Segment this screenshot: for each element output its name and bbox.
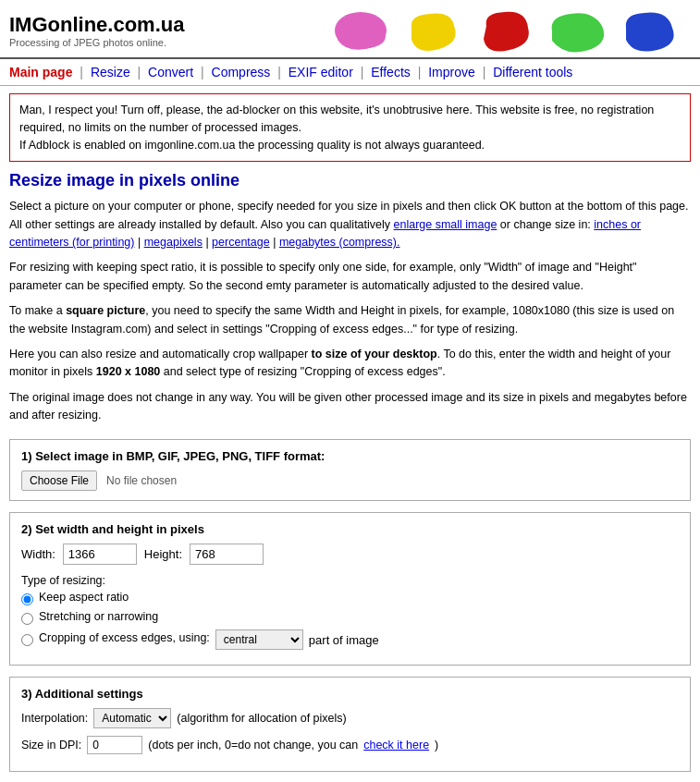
section-2-heading: Set width and height in pixels	[35, 522, 204, 536]
width-label: Width:	[21, 547, 55, 561]
height-label: Height:	[144, 547, 182, 561]
dpi-end: )	[435, 739, 438, 751]
section-1-title: 1) Select image in BMP, GIF, JPEG, PNG, …	[21, 449, 679, 463]
radio-crop-input[interactable]	[21, 634, 33, 646]
radio-stretch-input[interactable]	[21, 613, 33, 625]
nav-sep-4: |	[277, 65, 285, 79]
radio-crop-label: Cropping of excess edges, using:	[39, 631, 210, 644]
page-title: Resize image in pixels online	[9, 171, 691, 190]
spacer-1	[9, 432, 691, 439]
nav-sep-3: |	[201, 65, 208, 79]
nav-sep-2: |	[138, 65, 145, 79]
site-subtitle: Processing of JPEG photos online.	[9, 37, 184, 48]
nav-different-tools[interactable]: Different tools	[493, 65, 572, 79]
interpolation-select[interactable]: Automatic Lanczos Cubic Linear Box	[93, 708, 171, 728]
dim-row: Width: Height:	[21, 544, 679, 565]
adblock-message: Man, I respect you! Turn off, please, th…	[19, 104, 654, 152]
header: IMGonline.com.ua Processing of JPEG phot…	[0, 0, 700, 59]
bold-desktop: to size of your desktop	[312, 348, 437, 360]
blob-red-icon	[473, 7, 537, 54]
nav-sep-6: |	[418, 65, 425, 79]
nav-resize[interactable]: Resize	[91, 65, 130, 79]
section-1-box: 1) Select image in BMP, GIF, JPEG, PNG, …	[9, 439, 691, 501]
header-title-block: IMGonline.com.ua Processing of JPEG phot…	[9, 13, 184, 48]
bold-resolution: 1920 x 1080	[96, 365, 161, 378]
adblock-warning: Man, I respect you! Turn off, please, th…	[9, 93, 691, 162]
radio-keep-aspect-label: Keep aspect ratio	[39, 591, 129, 604]
section-2-box: 2) Set width and height in pixels Width:…	[9, 512, 691, 666]
body-para-5: The original image does not change in an…	[9, 389, 691, 425]
nav-sep-5: |	[361, 65, 368, 79]
radio-keep-aspect: Keep aspect ratio	[21, 591, 679, 607]
width-input[interactable]	[63, 544, 137, 565]
bold-square: square picture	[66, 304, 145, 317]
nav-compress[interactable]: Compress	[212, 65, 271, 79]
nav-sep-1: |	[80, 65, 83, 79]
interpolation-row: Interpolation: Automatic Lanczos Cubic L…	[21, 708, 679, 728]
link-megapixels[interactable]: megapixels	[144, 236, 203, 249]
crop-suffix-label: part of image	[309, 633, 379, 647]
radio-keep-aspect-input[interactable]	[21, 593, 33, 605]
header-blobs	[184, 7, 691, 54]
resize-type-label: Type of resizing:	[21, 574, 679, 587]
body-para-2: For resizing with keeping spect ratio, i…	[9, 259, 691, 295]
body-para-4: Here you can also resize and automatical…	[9, 346, 691, 382]
dpi-row: Size in DPI: (dots per inch, 0=do not ch…	[21, 736, 679, 754]
blob-pink-icon	[328, 7, 393, 54]
resize-type-group: Type of resizing: Keep aspect ratio Stre…	[21, 574, 679, 650]
nav-convert[interactable]: Convert	[148, 65, 193, 79]
section-3-heading: Additional settings	[35, 687, 143, 701]
blob-green-icon	[545, 7, 609, 54]
site-title: IMGonline.com.ua	[9, 13, 184, 37]
interpolation-label: Interpolation:	[21, 712, 88, 725]
height-input[interactable]	[190, 544, 264, 565]
choose-file-button[interactable]: Choose File	[21, 470, 97, 491]
section-2-number: 2)	[21, 522, 35, 536]
file-input-row: Choose File No file chosen	[21, 470, 679, 491]
radio-crop: Cropping of excess edges, using: central…	[21, 629, 679, 650]
section-3-box: 3) Additional settings Interpolation: Au…	[9, 677, 691, 772]
radio-stretch: Stretching or narrowing	[21, 610, 679, 627]
dpi-suffix: (dots per inch, 0=do not change, you can	[148, 739, 358, 751]
no-file-label: No file chosen	[106, 474, 177, 487]
nav-improve[interactable]: Improve	[428, 65, 475, 79]
body-para-3: To make a square picture, you need to sp…	[9, 302, 691, 338]
nav-bar: Main page | Resize | Convert | Compress …	[0, 59, 700, 86]
nav-exif-editor[interactable]: EXIF editor	[289, 65, 353, 79]
dpi-input[interactable]	[87, 736, 142, 754]
section-3-title: 3) Additional settings	[21, 687, 679, 701]
interpolation-suffix: (algorithm for allocation of pixels)	[177, 712, 346, 725]
link-enlarge[interactable]: enlarge small image	[394, 218, 497, 231]
section-1-heading: Select image in BMP, GIF, JPEG, PNG, TIF…	[35, 449, 325, 463]
nav-sep-7: |	[483, 65, 490, 79]
dpi-label: Size in DPI:	[21, 739, 81, 751]
link-megabytes[interactable]: megabytes (compress).	[279, 236, 400, 249]
nav-main-page[interactable]: Main page	[9, 65, 72, 79]
section-3-number: 3)	[21, 687, 35, 701]
dpi-check-link[interactable]: check it here	[363, 739, 429, 751]
link-percentage[interactable]: percentage	[212, 236, 270, 249]
content-area: Man, I respect you! Turn off, please, th…	[0, 86, 700, 782]
blob-yellow-icon	[400, 7, 465, 54]
body-para-1: Select a picture on your computer or pho…	[9, 198, 691, 251]
section-2-title: 2) Set width and height in pixels	[21, 522, 679, 536]
radio-stretch-label: Stretching or narrowing	[39, 610, 158, 623]
nav-effects[interactable]: Effects	[371, 65, 411, 79]
crop-position-select[interactable]: central top-left top-right bottom-left b…	[215, 629, 303, 650]
section-1-number: 1)	[21, 449, 35, 463]
blob-blue-icon	[617, 7, 682, 54]
